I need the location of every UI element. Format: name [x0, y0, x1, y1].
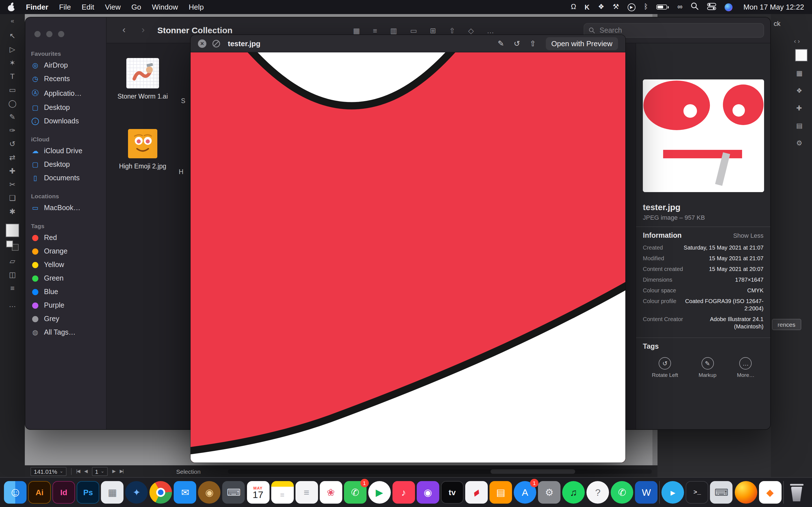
fill-stroke-swatches[interactable]: [6, 240, 18, 251]
forward-button[interactable]: ›: [142, 25, 145, 34]
dock-reminders-icon[interactable]: ≡: [295, 481, 318, 504]
sidebar-item-grey[interactable]: Grey: [26, 312, 106, 326]
spotlight-icon[interactable]: [691, 2, 699, 12]
tool-icon-3[interactable]: T: [6, 69, 19, 83]
prev-artboard-button[interactable]: ◀: [84, 469, 87, 474]
tool-icon-10[interactable]: ✚: [6, 164, 19, 177]
fill-swatch[interactable]: [6, 224, 19, 237]
dock-keyboard-app-icon[interactable]: ⌨: [710, 481, 733, 504]
panel-icon-1[interactable]: ❖: [796, 87, 812, 95]
dropbox-icon[interactable]: ❖: [598, 4, 604, 11]
dock-system-preferences-icon[interactable]: ⚙: [538, 481, 560, 504]
siri-icon[interactable]: [725, 3, 733, 11]
dock-whatsapp-icon[interactable]: ✆: [611, 481, 633, 504]
tool-icon-4[interactable]: ▭: [6, 83, 19, 96]
dock-amber-app-icon[interactable]: ◉: [198, 481, 221, 504]
tool-icon-13[interactable]: ✱: [6, 205, 19, 218]
dock-help-icon[interactable]: ?: [587, 481, 609, 504]
fill-mini-swatch[interactable]: [6, 240, 13, 247]
group-icon[interactable]: ⊞: [430, 27, 436, 34]
dock-notes-icon[interactable]: ≡: [271, 481, 294, 504]
dock-app-store-icon[interactable]: A1: [514, 481, 536, 504]
collapse-toolbar-icon[interactable]: «: [11, 17, 14, 24]
sidebar-item-green[interactable]: Green: [26, 272, 106, 285]
menu-view[interactable]: View: [105, 3, 121, 11]
zoom-level-dropdown[interactable]: 141.01% ⌄: [31, 467, 66, 476]
sidebar-item-desktop[interactable]: ▢Desktop: [26, 101, 106, 114]
sidebar-item-purple[interactable]: Purple: [26, 298, 106, 312]
close-icon[interactable]: ×: [198, 39, 206, 48]
handoff-icon[interactable]: ∞: [677, 4, 682, 11]
tool-icon-7[interactable]: ✑: [6, 123, 19, 137]
panel-icon-0[interactable]: ▦: [796, 69, 812, 77]
sidebar-item-downloads[interactable]: ↓Downloads: [26, 114, 106, 128]
dock-word-icon[interactable]: W: [635, 481, 658, 504]
draw-mode-icon-0[interactable]: ▱: [6, 254, 19, 268]
more-tools-icon[interactable]: …: [9, 300, 16, 309]
dock-apple-tv-icon[interactable]: tv: [441, 481, 463, 504]
dock-orange-app-icon[interactable]: ◆: [759, 481, 781, 504]
tool-icon-8[interactable]: ↺: [6, 137, 19, 151]
open-with-preview-button[interactable]: Open with Preview: [546, 37, 618, 50]
k-logo-icon[interactable]: K: [585, 4, 590, 10]
dock-facetime-icon[interactable]: ✆1: [344, 481, 366, 504]
sidebar-item-desktop[interactable]: ▢Desktop: [26, 158, 106, 171]
rotate-left-button[interactable]: ↺Rotate Left: [652, 357, 678, 378]
dock-video-call-app-icon[interactable]: ▶: [368, 481, 391, 504]
dock-finder-icon[interactable]: ☺: [4, 481, 27, 504]
dock-keyboard-utility-icon[interactable]: ⌨: [222, 481, 245, 504]
back-button[interactable]: ‹: [122, 25, 125, 34]
sidebar-item-yellow[interactable]: Yellow: [26, 258, 106, 272]
dock-chrome-icon[interactable]: [150, 481, 172, 504]
icon-view-icon[interactable]: ▦: [353, 27, 360, 34]
panel-icon-2[interactable]: ✚: [796, 104, 812, 112]
dock-photos-icon[interactable]: ❀: [319, 481, 342, 504]
sidebar-item-documents[interactable]: ▯Documents: [26, 171, 106, 185]
dock-launchpad-icon[interactable]: ▦: [101, 481, 123, 504]
file-item-stoner-worm-1-ai[interactable]: Stoner Worm 1.ai: [113, 58, 172, 100]
apple-logo-icon[interactable]: [8, 3, 15, 11]
tool-icon-0[interactable]: ↖: [6, 29, 19, 42]
panel-chevrons[interactable]: ‹ ›: [794, 38, 812, 45]
rotate-icon[interactable]: ↺: [514, 39, 520, 48]
tool-icon-9[interactable]: ⇄: [6, 151, 19, 164]
horizontal-scrollbar[interactable]: [227, 469, 652, 473]
last-artboard-button[interactable]: ▶|: [120, 469, 123, 474]
dock-indesign-icon[interactable]: Id: [52, 481, 75, 504]
control-center-icon[interactable]: [707, 3, 716, 11]
dock-terminal-icon[interactable]: >_: [686, 481, 709, 504]
dock-books-icon[interactable]: ▤: [490, 481, 512, 504]
sidebar-item-recents[interactable]: ◷Recents: [26, 72, 106, 86]
tool-icon-5[interactable]: ◯: [6, 96, 19, 110]
column-view-icon[interactable]: ▥: [390, 27, 397, 34]
share-icon[interactable]: ⇧: [530, 39, 536, 48]
draw-mode-icon-1[interactable]: ◫: [6, 268, 19, 281]
sidebar-item-airdrop[interactable]: ◎AirDrop: [26, 59, 106, 72]
zoom-button[interactable]: [58, 31, 64, 37]
dock-red-ribbon-app-icon[interactable]: ▰: [465, 481, 488, 504]
more-button[interactable]: …More…: [737, 357, 755, 378]
markup-button[interactable]: ✎Markup: [699, 357, 716, 378]
dock-firefox-icon[interactable]: [734, 481, 757, 504]
dock-calendar-icon[interactable]: MAY17: [247, 481, 269, 504]
play-icon[interactable]: ▶: [627, 3, 636, 11]
panel-icon-4[interactable]: ⚙: [796, 139, 812, 147]
dock-spotify-icon[interactable]: ♫: [562, 481, 585, 504]
tool-icon-12[interactable]: ❑: [6, 191, 19, 205]
preferences-button[interactable]: rences: [772, 319, 801, 330]
sidebar-item-all-tags[interactable]: ◍All Tags…: [26, 326, 106, 339]
tool-icon-2[interactable]: ✶: [6, 56, 19, 69]
menu-finder[interactable]: Finder: [26, 3, 48, 11]
next-artboard-button[interactable]: ▶: [112, 469, 115, 474]
menu-help[interactable]: Help: [189, 3, 204, 11]
tool-icon-1[interactable]: ▷: [6, 42, 19, 56]
sidebar-item-applicatio[interactable]: ⒶApplicatio…: [26, 86, 106, 101]
dock-safari-icon[interactable]: ✦: [125, 481, 148, 504]
dock-photoshop-icon[interactable]: Ps: [77, 481, 99, 504]
tool-icon-11[interactable]: ✂: [6, 177, 19, 191]
sidebar-item-icloud-drive[interactable]: ☁iCloud Drive: [26, 144, 106, 158]
dock-illustrator-icon[interactable]: Ai: [28, 481, 51, 504]
markup-icon[interactable]: ✎: [498, 39, 504, 48]
dock-trash-icon[interactable]: [785, 481, 808, 504]
dock-podcasts-icon[interactable]: ◉: [417, 481, 439, 504]
